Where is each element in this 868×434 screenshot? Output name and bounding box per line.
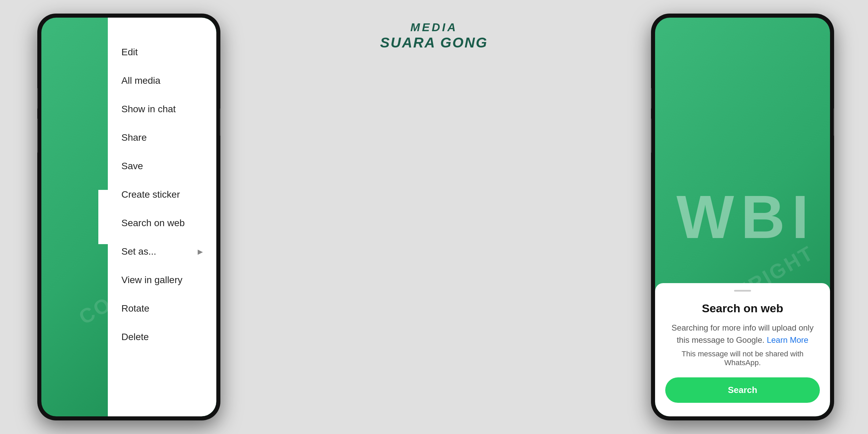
- learn-more-link[interactable]: Learn More: [767, 335, 808, 344]
- menu-item-set-as[interactable]: Set as...▶: [108, 237, 216, 266]
- menu-item-edit[interactable]: Edit: [108, 38, 216, 66]
- watermark-line2: SUARA GONG: [380, 34, 488, 51]
- phone-left-screen: COPYRIGHT COPY INFO EditAll mediaShow in…: [41, 18, 216, 416]
- power-button-right-phone: [833, 108, 834, 136]
- menu-item-search-on-web[interactable]: Search on web: [108, 209, 216, 237]
- sheet-handle: [734, 290, 751, 292]
- power-button-left-phone: [220, 108, 220, 136]
- menu-item-save[interactable]: Save: [108, 152, 216, 180]
- phone-right-screen: W B I COPYRIGHT COPY INFO Search on web …: [655, 18, 830, 416]
- context-menu: EditAll mediaShow in chatShareSaveCreate…: [108, 18, 216, 416]
- menu-item-create-sticker[interactable]: Create sticker: [108, 180, 216, 209]
- bottom-sheet: Search on web Searching for more info wi…: [655, 283, 830, 416]
- volume-down-button-right-phone: [651, 119, 652, 153]
- menu-item-all-media[interactable]: All media: [108, 66, 216, 95]
- menu-item-rotate[interactable]: Rotate: [108, 294, 216, 323]
- search-button[interactable]: Search: [665, 377, 820, 403]
- phone-left: COPYRIGHT COPY INFO EditAll mediaShow in…: [37, 14, 220, 420]
- menu-item-view-in-gallery[interactable]: View in gallery: [108, 266, 216, 294]
- sheet-title: Search on web: [665, 302, 820, 315]
- wbi-b-letter: B: [741, 186, 785, 248]
- wbi-w-letter: W: [676, 186, 734, 248]
- submenu-arrow-icon: ▶: [198, 248, 203, 256]
- menu-item-share[interactable]: Share: [108, 123, 216, 152]
- sheet-note: This message will not be shared with Wha…: [665, 350, 820, 367]
- menu-item-delete[interactable]: Delete: [108, 323, 216, 351]
- menu-item-show-in-chat[interactable]: Show in chat: [108, 95, 216, 123]
- wbi-i-letter: I: [792, 186, 809, 248]
- volume-down-button-left-phone: [37, 119, 38, 153]
- watermark-line1: MEDIA: [380, 20, 488, 34]
- phone-right: W B I COPYRIGHT COPY INFO Search on web …: [651, 14, 834, 420]
- volume-up-button-right-phone: [651, 88, 652, 108]
- volume-up-button-left-phone: [37, 88, 38, 108]
- sheet-description: Searching for more info will upload only…: [665, 322, 820, 346]
- watermark: MEDIA SUARA GONG: [380, 20, 488, 51]
